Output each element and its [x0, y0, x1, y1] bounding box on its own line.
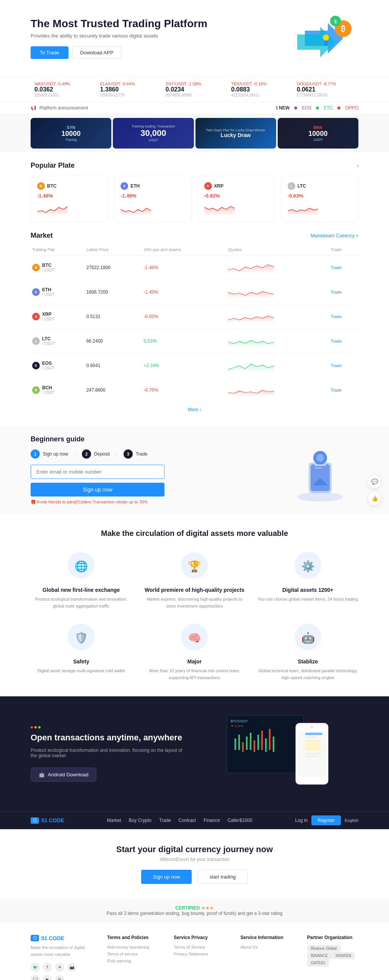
nav-link-contract[interactable]: Contract [179, 818, 196, 823]
trade-link[interactable]: Trade [331, 339, 342, 343]
social-linkedin[interactable]: in [55, 975, 64, 980]
float-like-button[interactable]: 👍 [368, 492, 381, 505]
journey-signup-button[interactable]: Sign up now [141, 870, 192, 884]
tag-new[interactable]: t NEW [276, 105, 290, 111]
svg-rect-7 [324, 41, 328, 46]
market-currency[interactable]: Mainstream Currency > [311, 233, 358, 238]
coin-symbol: BTC [47, 183, 57, 189]
footer-link[interactable]: Terms of service [107, 952, 158, 956]
market-trade-cell[interactable]: Trade [329, 353, 358, 378]
banner-card-3[interactable]: Twin Days Plan for Lucky Draw Winner Luc… [195, 118, 276, 149]
social-youtube[interactable]: ▶ [43, 975, 52, 980]
banner-card-4[interactable]: BNX 10000 USDT [278, 118, 358, 149]
market-coin-icon: B [32, 386, 40, 394]
banner-card-1[interactable]: SYN 10000 Tracing [31, 118, 111, 149]
tag-etc[interactable]: ETC [324, 105, 333, 111]
banner-card-2[interactable]: Training trading, Transaction 30,000 USD… [113, 118, 194, 149]
ticker-volume: 41231654.28411 [231, 93, 289, 97]
popular-card-eth[interactable]: E ETH -1.49% [114, 176, 191, 222]
social-instagram[interactable]: 📷 [67, 963, 76, 972]
market-pair-name: LTC [42, 336, 55, 341]
guide-step-1: 1 Sign up now [31, 449, 68, 459]
ticker-item-4[interactable]: DOGE/USDT -0.77% 0.0621 177348415.28526 [293, 82, 358, 97]
feature-icon: 🛡️ [66, 622, 96, 652]
market-price-cell: 0.6041 [85, 353, 142, 378]
guide-signup-button[interactable]: Sign up now [31, 483, 164, 497]
popular-more[interactable]: › [357, 163, 358, 168]
dot-etc [316, 106, 319, 109]
nav-link-finance[interactable]: Finance [203, 818, 220, 823]
popular-card-xrp[interactable]: X XRP -0.82% [198, 176, 275, 222]
market-more[interactable]: More › [31, 402, 358, 417]
announcement-left: 📢 Platform announcement [31, 105, 88, 111]
popular-card-header: B BTC [37, 182, 101, 190]
social-facebook[interactable]: f [43, 963, 52, 972]
market-trade-cell[interactable]: Trade [329, 378, 358, 402]
footer-tagline: Make the circulation of digital assets m… [31, 944, 92, 958]
ticker-item-1[interactable]: ELA/USDT -0.64% 1.3860 205630.11779 [96, 82, 161, 97]
market-trade-cell[interactable]: Trade [329, 255, 358, 280]
footer-link[interactable]: Anti-money laundering [107, 945, 158, 949]
nav-link-market[interactable]: Market [107, 818, 121, 823]
svg-rect-38 [261, 731, 263, 750]
footer-link[interactable]: Risk warning [107, 959, 158, 963]
trade-link[interactable]: Trade [331, 388, 342, 392]
features-grid: 🌐 Global new first-line exchange Product… [31, 550, 358, 681]
ticker-item-3[interactable]: TRX/USDT -0.16% 0.0883 41231654.28411 [227, 82, 293, 97]
feature-icon: ⚙️ [293, 550, 323, 581]
guide-email-input[interactable] [31, 465, 164, 479]
nav-link-trade[interactable]: Trade [159, 818, 171, 823]
footer-link[interactable]: About Us [241, 945, 292, 949]
market-trade-cell[interactable]: Trade [329, 304, 358, 329]
popular-card-btc[interactable]: B BTC -1.46% [31, 176, 108, 222]
float-chat-button[interactable]: 💬 [368, 475, 381, 488]
market-pair-sub: / USDT [42, 366, 55, 370]
trade-button[interactable]: To Trade [31, 46, 68, 59]
trade-link[interactable]: Trade [331, 314, 342, 319]
footer-logo: ⬡ 51 CODE [31, 935, 92, 941]
coin-symbol: LTC [298, 183, 306, 189]
ticker-item-0[interactable]: NAS/USDT -0.49% 0.0362 255429.01601 [31, 82, 96, 97]
trade-link[interactable]: Trade [331, 265, 342, 270]
coin-icon-ltc: L [288, 182, 295, 190]
social-telegram[interactable]: ✈ [55, 963, 64, 972]
svg-rect-39 [265, 738, 267, 752]
android-download-button[interactable]: 🤖 Android Download [31, 768, 96, 782]
tag-oppo[interactable]: OPPO [345, 105, 358, 111]
trade-link[interactable]: Trade [331, 290, 342, 294]
market-table-row: B BTC / USDT 27622.1800 -1.46% [31, 255, 358, 280]
market-trade-cell[interactable]: Trade [329, 280, 358, 304]
nav-link-caller$1000[interactable]: Caller$1000 [228, 818, 252, 823]
footer-link[interactable]: Privacy Statement [174, 952, 225, 956]
nav-register[interactable]: Register [311, 815, 341, 825]
svg-text:⚙️: ⚙️ [301, 560, 314, 573]
footer-top: ⬡ 51 CODE Make the circulation of digita… [31, 935, 358, 980]
social-discord[interactable]: 💬 [31, 975, 40, 980]
market-price-cell: 0.5131 [85, 304, 142, 329]
banner-cards: SYN 10000 Tracing Training trading, Tran… [0, 114, 389, 152]
col-quotes: Quotes [226, 244, 329, 255]
market-coin-icon: E [32, 288, 40, 296]
nav-link-buycrypto[interactable]: Buy Crypto [129, 818, 151, 823]
nav-login[interactable]: Log in [295, 818, 308, 823]
market-trade-cell[interactable]: Trade [329, 329, 358, 353]
market-chart-cell [226, 353, 329, 378]
nav-lang[interactable]: English [345, 818, 358, 823]
journey-trade-button[interactable]: start trading [198, 870, 248, 884]
social-twitter[interactable]: 🐦 [31, 963, 40, 972]
market-pair-sub: / USDT [42, 390, 55, 395]
tag-eos[interactable]: EOS [302, 105, 311, 111]
guide-content: 1 Sign up now › 2 Deposit › 3 Trade Sign… [31, 443, 358, 505]
popular-card-ltc[interactable]: L LTC -0.63% [281, 176, 358, 222]
footer-logo-text: 51 CODE [41, 935, 64, 941]
svg-rect-34 [246, 737, 247, 750]
announcement-text: Platform announcement [39, 105, 88, 111]
ticker-item-2[interactable]: SNT/USDT -1.58% 0.0234 9574606.48960 [162, 82, 227, 97]
market-chart-cell [226, 304, 329, 329]
coin-change: -0.82% [204, 193, 269, 199]
market-change-cell: -0.82% [142, 304, 226, 329]
trade-link[interactable]: Trade [331, 363, 342, 368]
market-table-row: X XRP / USDT 0.5131 -0.82% Tra [31, 304, 358, 329]
download-button[interactable]: Download APP [72, 46, 122, 59]
footer-link[interactable]: Terms of Service [174, 945, 225, 949]
